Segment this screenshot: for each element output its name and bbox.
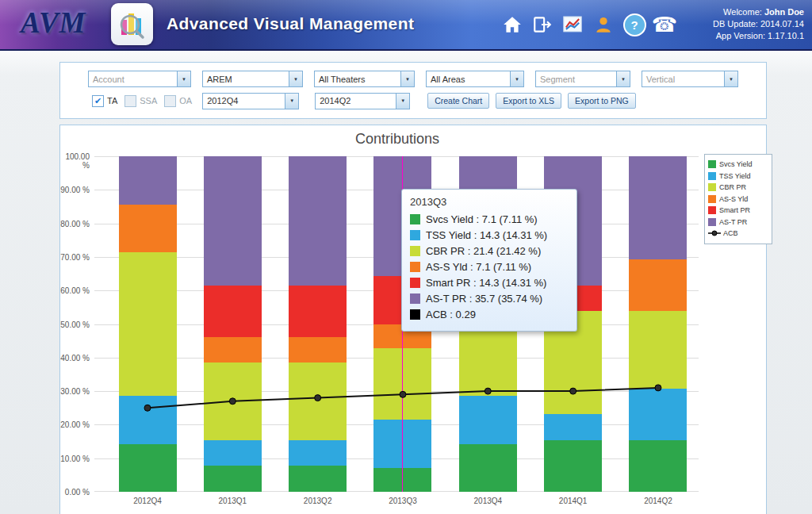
acb-point-2014Q2[interactable] (655, 385, 661, 391)
export-to-xls-button[interactable]: Export to XLS (496, 93, 561, 109)
x-tick-label: 2013Q2 (285, 497, 351, 505)
app-header: AVM Advanced Visual Management ? ☎ Wel (0, 0, 812, 51)
y-tick-label: 80.00 % (60, 220, 90, 228)
checkbox-group: ✔TASSAOA (92, 95, 199, 107)
y-tick-label: 20.00 % (60, 420, 90, 429)
x-tick-label: 2013Q4 (454, 497, 521, 505)
page: AVM Advanced Visual Management ? ☎ Wel (0, 0, 812, 514)
x-tick-label: 2013Q3 (370, 497, 436, 505)
tooltip-text: TSS Yield : 14.3 (14.31 %) (426, 229, 547, 241)
filter-dropdown-all-theaters[interactable]: All Theaters▼ (314, 71, 415, 87)
filter-dropdown-arem[interactable]: AREM▼ (202, 71, 303, 87)
tooltip-swatch (410, 230, 420, 240)
checkbox-ssa[interactable]: SSA (124, 95, 157, 107)
y-tick-label: 60.00 % (60, 286, 90, 295)
export-to-png-button[interactable]: Export to PNG (568, 93, 636, 109)
filter-row-primary: Account▼AREM▼All Theaters▼All Areas▼Segm… (88, 71, 738, 87)
filter-dropdown-segment[interactable]: Segment▼ (535, 71, 630, 87)
checkbox-oa[interactable]: OA (164, 95, 192, 107)
dropdown-value: Segment (536, 71, 616, 86)
checkbox-label: SSA (140, 96, 157, 105)
chevron-down-icon: ▼ (400, 71, 414, 86)
x-tick-label: 2013Q1 (199, 497, 266, 505)
checkbox-label: TA (107, 96, 117, 105)
legend-label: CBR PR (719, 183, 746, 191)
dropdown-value: Account (89, 71, 177, 86)
chart-title: Contributions (60, 131, 734, 148)
legend-label: AS-S Yld (719, 195, 748, 203)
filter-dropdown-vertical[interactable]: Vertical▼ (642, 71, 738, 87)
legend-swatch (708, 183, 716, 191)
legend-item-cbr-pr: CBR PR (708, 182, 768, 194)
app-title: Advanced Visual Management (167, 0, 414, 49)
phone-glyph: ☎ (652, 14, 677, 35)
phone-icon[interactable]: ☎ (652, 12, 677, 37)
filter-panel: Account▼AREM▼All Theaters▼All Areas▼Segm… (59, 62, 767, 119)
y-tick-label: 40.00 % (60, 354, 90, 362)
period-from-dropdown[interactable]: 2012Q4▼ (202, 93, 299, 109)
tooltip-row: AS-T PR : 35.7 (35.74 %) (410, 293, 569, 305)
tooltip-row: ACB : 0.29 (410, 309, 569, 320)
welcome-label: Welcome: (723, 7, 762, 17)
chevron-down-icon: ▼ (724, 71, 737, 86)
tooltip-text: AS-S Yld : 7.1 (7.11 %) (426, 261, 531, 273)
tooltip-swatch (410, 262, 420, 272)
chart-panel: Contributions 100.00 %90.00 %80.00 %70.0… (59, 125, 767, 514)
tooltip-swatch (410, 214, 420, 224)
legend-swatch (708, 172, 716, 180)
filter-dropdown-account[interactable]: Account▼ (88, 71, 191, 87)
legend-swatch (708, 195, 716, 203)
y-tick-label: 90.00 % (60, 186, 90, 194)
create-chart-button[interactable]: Create Chart (427, 93, 489, 109)
welcome-line: Welcome: John Doe (713, 6, 804, 18)
app-version: App Version: 1.17.10.1 (713, 30, 804, 42)
chevron-down-icon: ▼ (616, 71, 630, 86)
tooltip-swatch (410, 246, 420, 256)
tooltip-text: Svcs Yield : 7.1 (7.11 %) (426, 213, 538, 225)
tooltip-swatch (410, 309, 420, 320)
legend-label: Svcs Yield (719, 160, 753, 168)
y-tick-label: 50.00 % (60, 320, 90, 329)
home-icon[interactable] (500, 12, 525, 37)
legend-item-svcs-yield: Svcs Yield (708, 159, 768, 171)
acb-point-2014Q1[interactable] (570, 388, 576, 394)
app-logo-icon (111, 3, 153, 45)
legend-swatch (708, 160, 716, 168)
legend-item-as-s-yld: AS-S Yld (708, 194, 768, 205)
tooltip-title: 2013Q3 (410, 196, 569, 208)
checkbox-ta[interactable]: ✔TA (92, 95, 117, 107)
y-tick-label: 30.00 % (60, 387, 90, 396)
acb-point-2013Q4[interactable] (485, 388, 491, 394)
period-to-dropdown[interactable]: 2014Q2▼ (315, 93, 410, 109)
tooltip-row: CBR PR : 21.4 (21.42 %) (410, 245, 569, 257)
chevron-down-icon: ▼ (177, 71, 190, 86)
y-tick-label: 10.00 % (60, 455, 90, 463)
chart-tooltip: 2013Q3 Svcs Yield : 7.1 (7.11 %)TSS Yiel… (401, 189, 577, 332)
acb-point-2012Q4[interactable] (144, 405, 151, 411)
user-info: Welcome: John Doe DB Update: 2014.07.14 … (713, 6, 804, 42)
tooltip-swatch (410, 293, 420, 304)
dropdown-value: 2014Q2 (316, 94, 396, 109)
avm-logo: AVM (21, 6, 86, 40)
user-icon[interactable] (591, 12, 616, 37)
acb-point-2013Q3[interactable] (400, 391, 406, 397)
legend-label: AS-T PR (719, 218, 747, 226)
x-tick-label: 2012Q4 (114, 497, 181, 505)
chevron-down-icon: ▼ (510, 71, 523, 86)
legend-item-acb: ACB (708, 228, 768, 240)
help-icon[interactable]: ? (622, 12, 647, 37)
dropdown-value: AREM (203, 71, 289, 86)
tooltip-text: AS-T PR : 35.7 (35.74 %) (426, 293, 542, 305)
tooltip-text: CBR PR : 21.4 (21.42 %) (426, 245, 541, 257)
acb-point-2013Q1[interactable] (229, 398, 236, 405)
chart-icon[interactable] (560, 12, 585, 37)
filter-dropdown-all-areas[interactable]: All Areas▼ (426, 71, 524, 87)
legend-item-tss-yield: TSS Yield (708, 171, 768, 182)
x-tick-label: 2014Q2 (625, 497, 691, 505)
tooltip-row: AS-S Yld : 7.1 (7.11 %) (410, 261, 569, 273)
export-icon[interactable] (530, 12, 555, 37)
y-tick-label: 100.00 % (60, 152, 90, 170)
tooltip-swatch (410, 278, 420, 288)
plot-area[interactable] (94, 156, 699, 492)
acb-point-2013Q2[interactable] (315, 395, 321, 401)
